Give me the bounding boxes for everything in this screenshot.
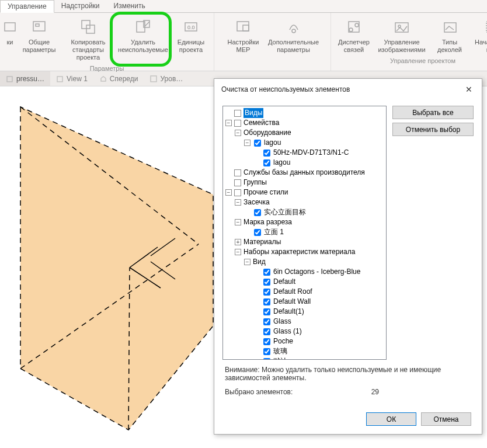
svg-rect-0 xyxy=(5,23,15,31)
expander-icon[interactable]: − xyxy=(244,259,251,265)
tree-checkbox[interactable] xyxy=(263,308,270,315)
ribbon-tabs: Управление Надстройки Изменить xyxy=(0,0,487,13)
ribbon-tab-manage[interactable]: Управление xyxy=(0,0,54,13)
tree-item[interactable]: Poche xyxy=(273,336,293,346)
tree-oborudovanie[interactable]: Оборудование xyxy=(244,128,291,138)
tree-item[interactable]: 玻璃 xyxy=(273,346,287,356)
expander-icon[interactable]: − xyxy=(235,130,241,136)
tree-semeistva[interactable]: Семейства xyxy=(244,118,279,128)
tree-checkbox[interactable] xyxy=(263,318,270,325)
purge-tree[interactable]: Виды −Семейства −Оборудование −lagou 50H… xyxy=(222,106,387,360)
ribbon-tipy-dekolei[interactable]: Типы деколей xyxy=(430,15,469,56)
tree-checkbox[interactable] xyxy=(263,269,270,276)
style-icon xyxy=(234,189,241,196)
view-tab-pressu[interactable]: pressu… xyxy=(0,71,50,86)
home-icon xyxy=(99,75,107,83)
cancel-button[interactable]: Отмена xyxy=(421,412,471,426)
tree-item[interactable]: 默认 xyxy=(273,356,287,360)
svg-point-12 xyxy=(292,29,295,33)
dialog-titlebar: Очистка от неиспользуемых элементов ✕ xyxy=(214,79,482,100)
expander-icon[interactable]: − xyxy=(225,120,232,126)
tree-item[interactable]: Glass (1) xyxy=(273,327,302,336)
view-tab-view1[interactable]: View 1 xyxy=(50,71,93,86)
tree-marka[interactable]: Марка разреза xyxy=(244,217,292,227)
tree-checkbox[interactable] xyxy=(263,159,270,166)
svg-rect-4 xyxy=(86,25,95,33)
tree-gruppy[interactable]: Группы xyxy=(244,178,267,187)
ribbon-edinicy-proekta[interactable]: 0.0 Единицы проекта xyxy=(172,15,210,64)
svg-line-7 xyxy=(145,22,149,26)
ribbon-mep-settings[interactable]: Настройки MEP xyxy=(224,15,263,56)
expander-icon[interactable]: + xyxy=(235,239,241,245)
label: Копировать стандарты проекта xyxy=(63,39,113,61)
tree-item[interactable]: Default Wall xyxy=(273,297,311,307)
tree-lagou2[interactable]: lagou xyxy=(273,158,290,168)
tree-vidy[interactable]: Виды xyxy=(244,108,263,118)
svg-rect-3 xyxy=(82,20,90,29)
tree-checkbox[interactable] xyxy=(263,289,270,296)
select-all-button[interactable]: Выбрать все xyxy=(392,106,474,119)
tree-zasechka-item[interactable]: 实心立面目标 xyxy=(264,207,306,217)
tree-checkbox[interactable] xyxy=(263,328,270,335)
deselect-all-button[interactable]: Отменить выбор xyxy=(392,123,474,136)
svg-rect-11 xyxy=(243,25,249,31)
tree-item[interactable]: Default Roof xyxy=(273,287,312,297)
expander-icon[interactable]: − xyxy=(225,189,232,196)
tree-checkbox[interactable] xyxy=(263,279,270,286)
tree-checkbox[interactable] xyxy=(254,140,261,147)
label: View 1 xyxy=(67,75,88,83)
count-label: Выбрано элементов: xyxy=(225,388,293,396)
tree-item[interactable]: Default(1) xyxy=(273,307,304,317)
tree-50hz[interactable]: 50Hz-MDV-D71T3/N1-C xyxy=(273,148,349,158)
ribbon-obshchie-parametry[interactable]: Общие параметры xyxy=(20,15,58,64)
tree-checkbox[interactable] xyxy=(263,358,270,360)
ribbon-group-title-proekt: Управление проектом xyxy=(390,56,455,64)
tree-checkbox[interactable] xyxy=(254,209,261,216)
ribbon-udalit-neispolzuemye[interactable]: Удалить неиспользуемые xyxy=(118,15,168,64)
tree-checkbox[interactable] xyxy=(263,150,270,157)
family-icon xyxy=(234,120,241,127)
expander-icon[interactable]: − xyxy=(235,199,241,206)
label: pressu… xyxy=(16,75,44,83)
ok-button[interactable]: ОК xyxy=(366,412,416,426)
svg-text:0.0: 0.0 xyxy=(187,25,195,30)
tree-checkbox[interactable] xyxy=(263,338,270,345)
tree-vid[interactable]: Вид xyxy=(253,257,266,267)
svg-rect-2 xyxy=(36,24,39,26)
ribbon-tab-modify[interactable]: Изменить xyxy=(107,0,152,12)
tree-sluzhby[interactable]: Службы базы данных производителя xyxy=(244,168,365,178)
ribbon-panel: ки Общие параметры Копировать стандарты … xyxy=(0,13,487,71)
expander-icon[interactable]: − xyxy=(244,140,251,146)
label: Единицы проекта xyxy=(178,39,204,54)
expander-icon[interactable]: − xyxy=(235,219,241,225)
view-tab-speredi[interactable]: Спереди xyxy=(93,71,144,86)
tree-materialy[interactable]: Материалы xyxy=(244,237,281,247)
tree-item[interactable]: Default xyxy=(273,277,295,287)
ribbon-dispetcher-svyazei[interactable]: Диспетчер связей xyxy=(335,15,373,56)
dialog-title: Очистка от неиспользуемых элементов xyxy=(221,85,350,93)
plan-icon xyxy=(149,75,158,83)
label: Типы деколей xyxy=(437,39,462,54)
svg-marker-23 xyxy=(101,77,106,81)
tree-item[interactable]: Glass xyxy=(273,317,291,327)
close-icon[interactable]: ✕ xyxy=(463,84,475,95)
ribbon-dop-parametry[interactable]: Дополнительные параметры xyxy=(266,15,321,56)
truncated-button[interactable]: ки xyxy=(4,15,16,64)
expander-icon[interactable]: − xyxy=(235,249,241,255)
tree-item[interactable]: 6in Octagons - Iceberg-Blue xyxy=(273,267,360,277)
tree-zasechka[interactable]: Засечка xyxy=(244,197,270,207)
ribbon-upravlenie-izobrazheniyami[interactable]: Управление изображениями xyxy=(377,15,427,56)
tree-marka-item[interactable]: 立面 1 xyxy=(264,227,284,237)
tree-checkbox[interactable] xyxy=(263,348,270,355)
tree-checkbox[interactable] xyxy=(263,298,270,305)
tree-checkbox[interactable] xyxy=(254,229,261,236)
ribbon-group-title-empty xyxy=(272,56,273,64)
ribbon-tab-addins[interactable]: Надстройки xyxy=(54,0,107,12)
ribbon-kopirovat-standarty[interactable]: Копировать стандарты проекта xyxy=(62,15,114,64)
tree-lagou[interactable]: lagou xyxy=(264,138,281,148)
ribbon-nachalny-vid[interactable]: Начальный вид xyxy=(472,15,487,56)
tree-nabory[interactable]: Наборы характеристик материала xyxy=(244,247,355,257)
tree-prochie-stili[interactable]: Прочие стили xyxy=(244,187,288,197)
view-tab-uroven[interactable]: Уров… xyxy=(144,71,189,86)
label: Диспетчер связей xyxy=(338,39,370,54)
